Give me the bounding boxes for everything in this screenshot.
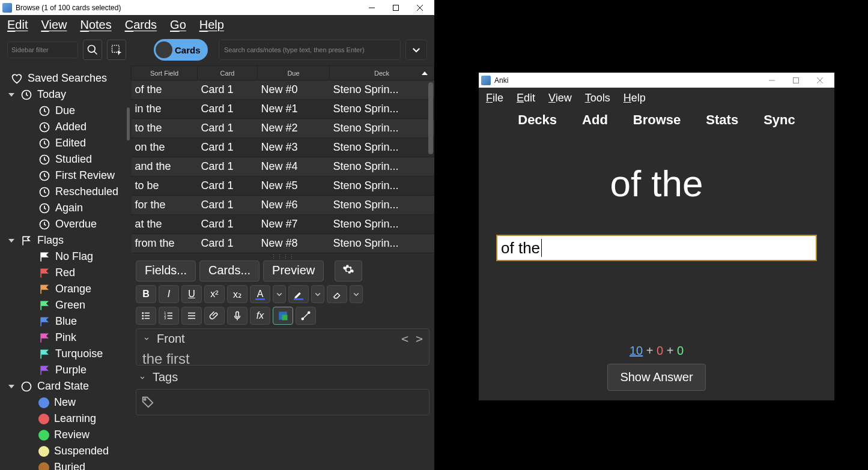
sidebar-flag-item[interactable]: No Flag xyxy=(5,249,131,265)
sidebar-state-item[interactable]: Suspended xyxy=(5,443,131,459)
disclosure-icon[interactable] xyxy=(7,382,16,391)
sidebar-today-item[interactable]: Added xyxy=(5,119,131,135)
sidebar-today-item[interactable]: Again xyxy=(5,200,131,216)
sidebar-card-state[interactable]: Card State xyxy=(5,378,131,394)
new-count[interactable]: 10 xyxy=(630,344,643,357)
menu-edit[interactable]: Edit xyxy=(7,18,28,32)
nav-add[interactable]: Add xyxy=(582,108,608,132)
menu-help[interactable]: Help xyxy=(199,18,224,32)
col-card[interactable]: Card xyxy=(198,66,258,80)
align-button[interactable] xyxy=(181,307,202,325)
sidebar-today-item[interactable]: Overdue xyxy=(5,216,131,232)
show-answer-button[interactable]: Show Answer xyxy=(607,364,705,391)
split-handle[interactable]: ⋮⋮⋮⋮ xyxy=(131,253,434,261)
sidebar-today-item[interactable]: First Review xyxy=(5,167,131,184)
sidebar-flag-item[interactable]: Blue xyxy=(5,313,131,330)
nav-stats[interactable]: Stats xyxy=(706,108,738,132)
sidebar-state-item[interactable]: New xyxy=(5,394,131,411)
tags-header[interactable]: Tags xyxy=(136,369,429,385)
nav-sync[interactable]: Sync xyxy=(763,108,795,132)
sidebar-saved-searches[interactable]: Saved Searches xyxy=(5,70,131,86)
tags-input[interactable] xyxy=(136,389,429,415)
cards-notes-toggle[interactable]: Cards xyxy=(154,39,208,61)
close-button[interactable] xyxy=(408,0,432,15)
record-button[interactable] xyxy=(227,307,247,325)
chevron-down-icon[interactable] xyxy=(138,373,147,382)
maximize-button[interactable] xyxy=(784,73,808,88)
table-row[interactable]: of theCard 1New #0Steno Sprin... xyxy=(132,80,434,100)
code-brackets-icon[interactable]: < > xyxy=(401,331,423,346)
chevron-down-icon[interactable] xyxy=(142,334,151,343)
sidebar-flag-item[interactable]: Turquoise xyxy=(5,346,131,362)
nav-decks[interactable]: Decks xyxy=(518,108,557,132)
close-button[interactable] xyxy=(808,73,832,88)
text-color-dropdown[interactable] xyxy=(273,285,286,303)
fx-button[interactable]: fx xyxy=(250,307,270,325)
table-row[interactable]: to beCard 1New #5Steno Sprin... xyxy=(132,176,434,196)
sidebar-today-item[interactable]: Studied xyxy=(5,151,131,167)
table-row[interactable]: and theCard 1New #4Steno Sprin... xyxy=(132,157,434,176)
sidebar-today-item[interactable]: Due xyxy=(5,103,131,119)
bold-button[interactable]: B xyxy=(136,285,156,303)
sidebar-flag-item[interactable]: Green xyxy=(5,297,131,313)
line-button[interactable] xyxy=(296,307,316,325)
col-deck[interactable]: Deck xyxy=(330,66,434,80)
sidebar-state-item[interactable]: Review xyxy=(5,427,131,443)
sidebar-scrollbar[interactable] xyxy=(127,107,130,140)
menu-help[interactable]: Help xyxy=(624,92,646,104)
underline-button[interactable]: U xyxy=(181,285,202,303)
sidebar-filter-input[interactable]: Sidebar filter xyxy=(7,41,78,58)
ol-button[interactable]: 123 xyxy=(159,307,179,325)
menu-edit[interactable]: Edit xyxy=(517,92,535,104)
minimize-button[interactable] xyxy=(760,73,784,88)
italic-button[interactable]: I xyxy=(159,285,179,303)
table-row[interactable]: from theCard 1New #8Steno Sprin... xyxy=(132,234,434,253)
disclosure-icon[interactable] xyxy=(7,237,16,245)
attach-button[interactable] xyxy=(204,307,225,325)
table-scrollbar[interactable] xyxy=(428,82,433,154)
table-row[interactable]: at theCard 1New #7Steno Sprin... xyxy=(132,215,434,234)
sidebar-flag-item[interactable]: Red xyxy=(5,265,131,281)
front-field-value[interactable]: the first xyxy=(136,348,429,365)
eraser-dropdown[interactable] xyxy=(350,285,363,303)
answer-input[interactable]: of the xyxy=(496,235,817,261)
search-input[interactable]: Search cards/notes (type text, then pres… xyxy=(219,40,401,60)
menu-cards[interactable]: Cards xyxy=(125,18,157,32)
maximize-button[interactable] xyxy=(384,0,408,15)
col-due[interactable]: Due xyxy=(258,66,330,80)
sidebar-state-item[interactable]: Learning xyxy=(5,411,131,427)
sidebar-today-item[interactable]: Edited xyxy=(5,135,131,151)
search-dropdown[interactable] xyxy=(405,40,427,60)
search-button[interactable] xyxy=(83,40,102,60)
sidebar-today[interactable]: Today xyxy=(5,86,131,103)
cards-button[interactable]: Cards... xyxy=(199,261,259,282)
menu-view[interactable]: View xyxy=(548,92,572,104)
highlight-button[interactable] xyxy=(288,285,309,303)
sidebar-state-item[interactable]: Buried xyxy=(5,459,131,470)
table-row[interactable]: to theCard 1New #2Steno Sprin... xyxy=(132,119,434,138)
menu-file[interactable]: File xyxy=(486,92,503,104)
superscript-button[interactable]: x² xyxy=(204,285,225,303)
preview-button[interactable]: Preview xyxy=(263,261,324,282)
select-mode-button[interactable] xyxy=(107,40,126,60)
text-color-button[interactable]: A xyxy=(250,285,270,303)
image-occlusion-button[interactable] xyxy=(273,307,293,325)
eraser-button[interactable] xyxy=(327,285,347,303)
table-row[interactable]: on theCard 1New #3Steno Sprin... xyxy=(132,138,434,157)
sidebar-flag-item[interactable]: Pink xyxy=(5,330,131,346)
sidebar-flag-item[interactable]: Purple xyxy=(5,362,131,378)
disclosure-icon[interactable] xyxy=(7,91,16,99)
nav-browse[interactable]: Browse xyxy=(633,108,681,132)
editor-settings-button[interactable] xyxy=(335,261,362,282)
fields-button[interactable]: Fields... xyxy=(136,261,196,282)
minimize-button[interactable] xyxy=(360,0,384,15)
menu-notes[interactable]: Notes xyxy=(80,18,111,32)
table-row[interactable]: in theCard 1New #1Steno Sprin... xyxy=(132,100,434,119)
sidebar-flag-item[interactable]: Orange xyxy=(5,281,131,297)
front-field[interactable]: Front < > the first xyxy=(136,328,429,366)
ul-button[interactable] xyxy=(136,307,156,325)
menu-go[interactable]: Go xyxy=(170,18,186,32)
sidebar-today-item[interactable]: Rescheduled xyxy=(5,184,131,200)
sidebar-flags[interactable]: Flags xyxy=(5,232,131,249)
menu-view[interactable]: View xyxy=(41,18,67,32)
